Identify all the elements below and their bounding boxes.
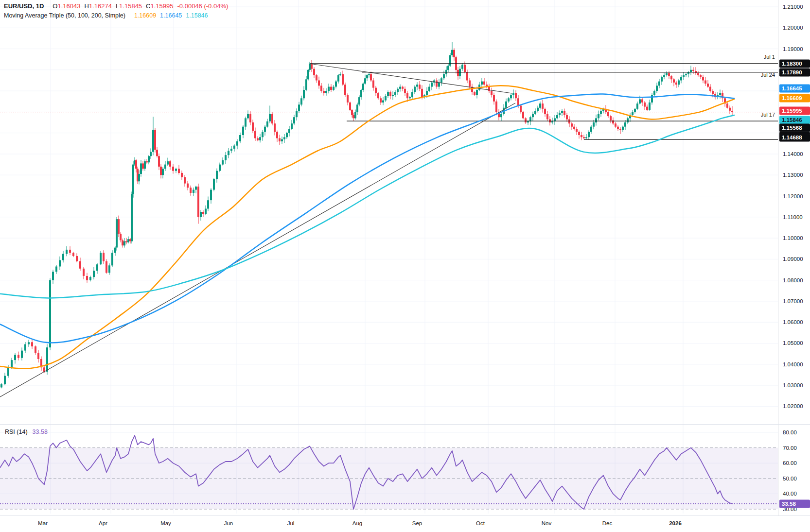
price-badge: 1.16609: [779, 94, 810, 103]
candle-body: [646, 107, 648, 110]
symbol-title[interactable]: EUR/USD, 1D: [4, 2, 44, 10]
candle-body: [644, 103, 646, 107]
price-tick-label: 1.03000: [783, 382, 803, 388]
month-label-sep: Sep: [412, 520, 422, 526]
open-value: 1.16043: [57, 2, 80, 10]
close-label: C: [146, 2, 150, 10]
time-axis[interactable]: MarAprMayJunJulAugSepOctNovDec2026: [0, 516, 810, 532]
candle-body: [83, 269, 85, 276]
candle-body: [11, 360, 13, 367]
candle-body: [563, 111, 565, 115]
candle-body: [293, 117, 295, 123]
candle-body: [651, 95, 653, 103]
candle-body: [352, 115, 354, 119]
candle-body: [195, 187, 197, 190]
candle-body: [79, 261, 81, 269]
candle-body: [279, 138, 281, 142]
chart-root: EUR/USD, 1DO1.16043H1.16274L1.15845C1.15…: [0, 0, 810, 532]
indicator-title[interactable]: Moving Average Triple (50, 100, 200, Sim…: [4, 12, 125, 19]
candle-body: [559, 113, 561, 115]
price-badge: 1.15995: [779, 107, 810, 115]
price-axis[interactable]: 1.210001.200001.190001.140001.130001.120…: [778, 0, 810, 516]
price-badge: 1.15846: [779, 116, 810, 124]
candle-body: [392, 95, 394, 96]
candle-body: [333, 87, 335, 90]
candle-body: [283, 137, 285, 139]
candle-body: [351, 110, 353, 115]
candle-body: [380, 98, 382, 103]
chart-canvas[interactable]: [0, 0, 810, 532]
candle-body: [683, 75, 685, 77]
change-value: -0.00046 (-0.04%): [177, 2, 229, 10]
candle-body: [627, 118, 629, 122]
candle-body: [320, 86, 322, 91]
candle-body: [551, 121, 553, 122]
candle-body: [515, 93, 517, 98]
candle-body: [387, 92, 389, 96]
candle-body: [154, 130, 156, 150]
candle-body: [690, 70, 692, 72]
candle-body: [344, 85, 346, 95]
candle-body: [309, 64, 311, 70]
candle-body: [377, 93, 379, 98]
candle-body: [394, 92, 396, 95]
candle-body: [271, 114, 273, 124]
candle-body: [624, 122, 626, 127]
candle-body: [146, 161, 148, 162]
candle-body: [242, 127, 244, 135]
high-value: 1.16274: [89, 2, 112, 10]
candle-body: [127, 239, 129, 242]
candle-body: [142, 163, 144, 169]
rsi-title[interactable]: RSI (14): [5, 429, 28, 435]
candle-body: [600, 111, 602, 114]
candle-body: [508, 98, 510, 102]
candle-body: [298, 104, 300, 111]
candle-body: [449, 55, 451, 66]
candle-body: [269, 114, 271, 121]
candle-body: [35, 346, 36, 353]
candle-body: [132, 165, 134, 194]
pane-separator[interactable]: [0, 424, 810, 425]
candle-body: [106, 261, 107, 273]
candle-body: [436, 81, 438, 87]
candle-body: [89, 277, 91, 280]
candle-body: [276, 132, 278, 138]
candle-body: [670, 76, 672, 80]
candle-body: [663, 75, 665, 77]
candle-body: [576, 129, 578, 132]
candle-body: [469, 81, 471, 87]
candle-body: [431, 83, 433, 87]
candle-body: [399, 87, 401, 89]
candle-body: [483, 82, 485, 85]
candle-body: [281, 139, 283, 141]
time-axis-separator: [0, 515, 810, 516]
candle-body: [632, 112, 634, 115]
candle-body: [440, 78, 442, 83]
candle-body: [46, 347, 48, 372]
rsi-header-value: 33.58: [33, 429, 48, 435]
candle-body: [138, 174, 140, 181]
candle-body: [69, 250, 71, 253]
candle-body: [426, 91, 428, 95]
rsi-tick-label: 70.00: [783, 445, 797, 451]
candle-body: [607, 112, 609, 116]
candle-body: [610, 116, 612, 120]
symbol-header[interactable]: EUR/USD, 1DO1.16043H1.16274L1.15845C1.15…: [4, 2, 228, 10]
candle-body: [443, 74, 445, 79]
candle-body: [103, 253, 105, 261]
candle-body: [673, 79, 675, 83]
candle-body: [685, 74, 687, 75]
candle-body: [148, 156, 150, 162]
rsi-header[interactable]: RSI (14)33.58: [5, 429, 48, 435]
candle-body: [55, 267, 57, 272]
price-tick-label: 1.06000: [783, 319, 803, 325]
candle-body: [546, 114, 548, 120]
candle-body: [375, 88, 377, 93]
indicator-header[interactable]: Moving Average Triple (50, 100, 200, Sim…: [4, 12, 208, 19]
candle-body: [123, 241, 125, 246]
candle-body: [318, 81, 320, 86]
candle-body: [233, 146, 235, 149]
candle-body: [704, 81, 706, 84]
candle-body: [588, 132, 590, 137]
candle-body: [368, 74, 370, 75]
